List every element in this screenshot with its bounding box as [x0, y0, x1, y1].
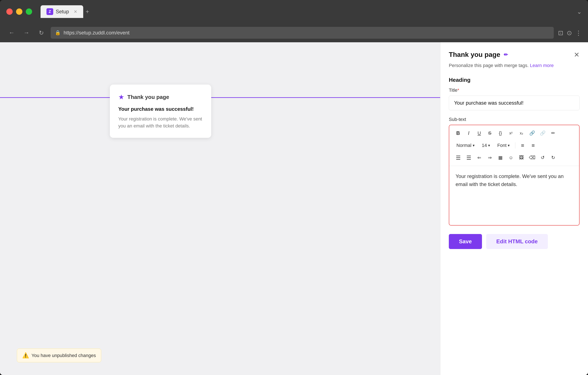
redo-button[interactable]: ↻	[548, 153, 558, 162]
unpublished-changes-bar: ⚠️ You have unpublished changes	[17, 349, 101, 362]
toolbar-row-3: ☰ ☰ ⇐ ⇒ ▦ ☺ 🖼 ⌫ ↺ ↻	[453, 153, 575, 162]
window-controls: ⌄	[577, 8, 582, 15]
toolbar-row-2: Normal ▾ 14 ▾ Font ▾ ≡ ≡	[453, 141, 575, 150]
title-input[interactable]	[449, 96, 579, 110]
tab-title: Setup	[56, 9, 69, 15]
superscript-button[interactable]: x²	[506, 129, 515, 138]
bold-button[interactable]: B	[453, 129, 463, 138]
emoji-button[interactable]: ☺	[506, 153, 515, 162]
active-tab[interactable]: Z Setup ✕	[41, 5, 83, 18]
unordered-list-button[interactable]: ☰	[453, 153, 463, 162]
title-field-label: Title*	[449, 88, 579, 93]
align-right-button[interactable]: ≡	[528, 141, 538, 150]
canvas-line	[0, 97, 440, 98]
tab-favicon: Z	[46, 8, 53, 15]
tab-bar: Z Setup ✕ +	[41, 5, 92, 18]
panel-close-button[interactable]: ✕	[574, 51, 579, 58]
subscript-button[interactable]: x₂	[517, 129, 526, 138]
right-panel: Thank you page ✏ ✕ Personalize this page…	[440, 42, 588, 375]
table-button[interactable]: ▦	[496, 153, 505, 162]
panel-header: Thank you page ✏ ✕	[449, 51, 579, 59]
card-subtitle: Your purchase was successful!	[118, 106, 203, 112]
heading-section-label: Heading	[449, 77, 579, 83]
card-header: ★ Thank you page	[118, 93, 203, 101]
panel-subtitle: Personalize this page with merge tags. L…	[449, 63, 579, 68]
warning-icon: ⚠️	[22, 352, 29, 359]
pencil-button[interactable]: ✏	[548, 129, 558, 138]
lock-icon: 🔒	[55, 30, 61, 35]
maximize-traffic-light[interactable]	[26, 9, 32, 15]
save-button[interactable]: Save	[449, 234, 482, 249]
panel-subtitle-text: Personalize this page with merge tags.	[449, 63, 529, 68]
paragraph-style-caret: ▾	[473, 143, 475, 148]
thank-you-card: ★ Thank you page Your purchase was succe…	[110, 85, 211, 138]
camera-icon[interactable]: ⊙	[567, 29, 572, 37]
edit-title-icon[interactable]: ✏	[504, 52, 508, 58]
canvas-area: ★ Thank you page Your purchase was succe…	[0, 42, 440, 375]
editor-content[interactable]: Your registration is complete. We've sen…	[449, 166, 579, 225]
image-button[interactable]: 🖼	[517, 153, 526, 162]
font-family-caret: ▾	[508, 143, 510, 148]
ordered-list-button[interactable]: ☰	[464, 153, 473, 162]
rich-text-editor: B I U S {} x² x₂ 🔗 🔗 ✏ Normal	[449, 125, 579, 226]
traffic-lights	[6, 9, 32, 15]
font-family-label: Font	[497, 143, 506, 148]
editor-toolbar: B I U S {} x² x₂ 🔗 🔗 ✏ Normal	[449, 125, 579, 166]
browser-window: Z Setup ✕ + ⌄ ← → ↻ 🔒 https://setup.zudd…	[0, 0, 588, 375]
editor-text: Your registration is complete. We've sen…	[456, 173, 564, 187]
unlink-button[interactable]: 🔗	[538, 129, 547, 138]
toolbar-row-1: B I U S {} x² x₂ 🔗 🔗 ✏	[453, 129, 575, 138]
minimize-traffic-light[interactable]	[16, 9, 22, 15]
font-size-label: 14	[482, 143, 487, 148]
content-area: ★ Thank you page Your purchase was succe…	[0, 42, 588, 375]
action-buttons: Save Edit HTML code	[449, 234, 579, 249]
tab-close-button[interactable]: ✕	[74, 9, 77, 14]
undo-button[interactable]: ↺	[538, 153, 547, 162]
card-header-title: Thank you page	[127, 94, 169, 100]
unpublished-text: You have unpublished changes	[32, 353, 96, 358]
panel-title-text: Thank you page	[449, 51, 500, 59]
italic-button[interactable]: I	[464, 129, 473, 138]
paragraph-style-label: Normal	[456, 143, 472, 148]
forward-button[interactable]: →	[21, 27, 32, 38]
font-family-dropdown[interactable]: Font ▾	[494, 141, 513, 149]
outdent-button[interactable]: ⇐	[475, 153, 484, 162]
edit-html-button[interactable]: Edit HTML code	[486, 234, 548, 249]
new-tab-button[interactable]: +	[83, 7, 92, 16]
panel-title: Thank you page ✏	[449, 51, 508, 59]
align-left-button[interactable]: ≡	[518, 141, 527, 150]
nav-right-controls: ⊡ ⊙ ⋮	[558, 29, 582, 37]
underline-button[interactable]: U	[475, 129, 484, 138]
required-indicator: *	[457, 88, 459, 93]
font-size-dropdown[interactable]: 14 ▾	[479, 141, 493, 149]
nav-bar: ← → ↻ 🔒 https://setup.zuddl.com/event ⊡ …	[0, 23, 588, 42]
strikethrough-button[interactable]: S	[485, 129, 494, 138]
card-body-text: Your registration is complete. We've sen…	[118, 115, 203, 129]
learn-more-link[interactable]: Learn more	[530, 63, 554, 68]
link-button[interactable]: 🔗	[527, 129, 537, 138]
subtext-label: Sub-text	[449, 117, 579, 122]
reader-mode-icon[interactable]: ⊡	[558, 29, 563, 37]
clear-format-button[interactable]: ⌫	[527, 153, 537, 162]
star-icon: ★	[118, 93, 124, 101]
address-bar[interactable]: 🔒 https://setup.zuddl.com/event	[51, 27, 554, 39]
indent-button[interactable]: ⇒	[485, 153, 494, 162]
title-bar: Z Setup ✕ + ⌄	[0, 0, 588, 23]
font-size-caret: ▾	[488, 143, 490, 148]
reload-button[interactable]: ↻	[36, 27, 46, 38]
close-traffic-light[interactable]	[6, 9, 13, 15]
code-block-button[interactable]: {}	[496, 129, 505, 138]
title-label-text: Title	[449, 88, 457, 93]
back-button[interactable]: ←	[6, 27, 17, 38]
url-text: https://setup.zuddl.com/event	[63, 30, 129, 36]
more-options-icon[interactable]: ⋮	[575, 29, 582, 37]
paragraph-style-dropdown[interactable]: Normal ▾	[453, 141, 478, 149]
